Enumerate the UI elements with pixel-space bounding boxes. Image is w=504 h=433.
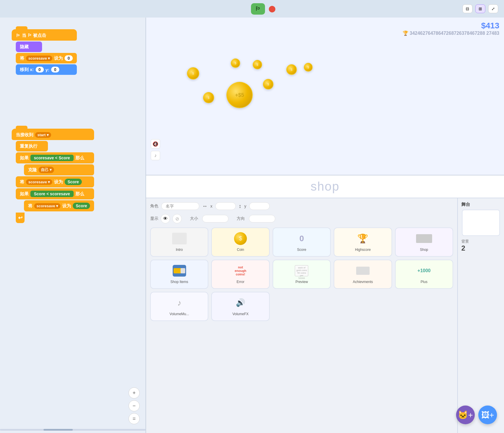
cat-action-button[interactable]: 🐱+ bbox=[456, 406, 475, 424]
condition-1: scoresave < Score bbox=[30, 155, 74, 161]
scoresave-dropdown[interactable]: scoresave ▾ bbox=[26, 56, 52, 61]
image-action-button[interactable]: 🖼+ bbox=[478, 406, 497, 424]
direction-label: 方向 bbox=[237, 216, 245, 221]
sprite-card-coin[interactable]: $ Coin bbox=[211, 227, 269, 257]
volume-button[interactable]: 🔇 bbox=[151, 139, 160, 149]
layout-split-button[interactable]: ⊟ bbox=[463, 4, 472, 13]
repeat-label: 重复执行 bbox=[20, 144, 37, 149]
sprite-card-plus[interactable]: +1000 Plus bbox=[395, 260, 453, 289]
bg-label: 背景 bbox=[461, 239, 469, 244]
then-label-2: 那么 bbox=[75, 191, 84, 197]
stage-wrapper: $413 🏆 34246276478647268726378467288 274… bbox=[146, 18, 504, 175]
preview-label: Preview bbox=[295, 280, 308, 284]
volumemu-label: VolumeMu... bbox=[169, 312, 189, 316]
sprite-card-error[interactable]: not enoughcoins! Error bbox=[211, 260, 269, 289]
if-block-2: 如果 Score < scoresave 那么 将 scoresave ▾ 设为… bbox=[16, 188, 94, 211]
score-green-2: Score bbox=[73, 203, 90, 209]
hide-label: 隐藏 bbox=[20, 44, 29, 50]
sprite-card-intro[interactable]: Intro bbox=[150, 227, 208, 257]
stop-button[interactable]: ⬤ bbox=[269, 3, 276, 15]
coin-label: Coin bbox=[237, 248, 244, 252]
block-when-flag-label: 当 🏳 被点击 bbox=[22, 33, 46, 38]
block-group-flag: 🏳 当 🏳 被点击 隐藏 将 scoresave ▾ 设为 0 移到 x: 0 … bbox=[12, 29, 77, 76]
volumemu-thumbnail: ♪ bbox=[171, 295, 188, 311]
top-bar-right: ⊟ ⊞ ⤢ bbox=[463, 4, 498, 13]
block-group-receive: 当接收到 start ▾ 重复执行 如果 scoresave < Score bbox=[12, 129, 94, 224]
scoresave-dropdown-3[interactable]: scoresave ▾ bbox=[34, 203, 60, 209]
coin-1: $ bbox=[187, 67, 199, 80]
score-label-2: Score bbox=[34, 192, 45, 196]
then-label-1: 那么 bbox=[75, 155, 84, 161]
highscore-thumbnail: 🏆 bbox=[354, 230, 372, 246]
receive-label: 当接收到 bbox=[16, 132, 33, 138]
coin-5: $ bbox=[263, 79, 273, 89]
if-label-2: 如果 Score < scoresave 那么 bbox=[16, 188, 94, 199]
score-display: $413 🏆 34246276478647268726378467288 274… bbox=[403, 21, 499, 36]
clone-label: 克隆 bbox=[28, 167, 37, 173]
show-button[interactable]: 👁 bbox=[161, 214, 170, 223]
score-label: Score bbox=[297, 248, 306, 252]
block-hide: 隐藏 bbox=[16, 42, 42, 52]
scoresave-dropdown-2[interactable]: scoresave ▾ bbox=[26, 179, 52, 185]
sprite-card-score[interactable]: 0 Score bbox=[273, 227, 331, 257]
scoresave-label: scoresave bbox=[34, 156, 54, 160]
blocks-area: 🏳 当 🏳 被点击 隐藏 将 scoresave ▾ 设为 0 移到 x: 0 … bbox=[0, 18, 146, 433]
shop-thumbnail bbox=[415, 230, 433, 246]
block-when-receive: 当接收到 start ▾ bbox=[12, 129, 94, 140]
sprite-card-highscore[interactable]: 🏆 Highscore bbox=[334, 227, 392, 257]
y-coord-label: y bbox=[244, 204, 246, 208]
sprite-card-achievements[interactable]: Achievments bbox=[334, 260, 392, 289]
sound-icons: 🔇 ♪ bbox=[151, 139, 160, 160]
lt-symbol-2: < bbox=[46, 192, 49, 196]
sprite-card-volumemu[interactable]: ♪ VolumeMu... bbox=[150, 292, 208, 321]
shop-banner: shop bbox=[146, 175, 504, 198]
sprite-card-volumefx[interactable]: 🔊 VolumeFX bbox=[211, 292, 269, 321]
hide-button[interactable]: ⊘ bbox=[172, 214, 182, 223]
block-set-scoresave: 将 scoresave ▾ 设为 0 bbox=[16, 53, 77, 63]
if-label-1: 如果 scoresave < Score 那么 bbox=[16, 152, 94, 163]
sprite-card-shopitems[interactable]: Shop Items bbox=[150, 260, 208, 289]
layout-center-button[interactable]: ⊞ bbox=[475, 4, 485, 13]
score-green-1: Score bbox=[65, 179, 82, 185]
size-label: 大小 bbox=[190, 216, 198, 221]
zoom-in-button[interactable]: + bbox=[129, 387, 140, 399]
start-dropdown[interactable]: start ▾ bbox=[35, 132, 51, 138]
coin-7: $ bbox=[304, 63, 313, 72]
shopitems-label: Shop Items bbox=[170, 280, 188, 284]
size-input[interactable] bbox=[202, 215, 228, 222]
block-clone: 克隆 自己 ▾ bbox=[24, 164, 94, 175]
layout-full-button[interactable]: ⤢ bbox=[488, 4, 498, 13]
scoresave-label-2: scoresave bbox=[50, 192, 70, 196]
scrollbar-thumb bbox=[44, 429, 73, 431]
show-label: 显示 bbox=[150, 216, 158, 221]
highscore-label: Highscore bbox=[355, 248, 371, 252]
block-when-flag: 🏳 当 🏳 被点击 bbox=[12, 29, 77, 41]
self-dropdown[interactable]: 自己 ▾ bbox=[39, 167, 54, 173]
set-to-label-3: 设为 bbox=[62, 203, 71, 209]
sprite-panel: 角色 ↔ x ↕ y 显示 👁 ⊘ 大小 方向 bbox=[146, 198, 457, 433]
flag-button[interactable]: 🏳 bbox=[251, 3, 265, 15]
sprite-name-input[interactable] bbox=[161, 202, 199, 210]
block-set-3: 将 scoresave ▾ 设为 Score bbox=[24, 200, 94, 211]
shopitems-thumbnail bbox=[171, 263, 188, 279]
condition-2: Score < scoresave bbox=[30, 191, 74, 197]
y-input: 0 bbox=[51, 67, 59, 73]
zoom-out-button[interactable]: − bbox=[129, 400, 140, 411]
zoom-reset-button[interactable]: = bbox=[129, 413, 140, 424]
direction-input[interactable] bbox=[249, 215, 275, 222]
top-bar-center: 🏳 ⬤ bbox=[251, 3, 276, 15]
y-value-input[interactable] bbox=[249, 202, 270, 210]
if-block-1: 如果 scoresave < Score 那么 克隆 自己 ▾ bbox=[16, 152, 94, 175]
x-coord-label: x bbox=[210, 204, 212, 208]
flag-icon: 🏳 bbox=[16, 33, 20, 38]
coin-large: +$5 bbox=[226, 82, 253, 108]
set-label: 将 bbox=[20, 56, 24, 61]
x-value-input[interactable] bbox=[215, 202, 236, 210]
goto-label: 移到 x: bbox=[20, 67, 34, 73]
music-button[interactable]: ♪ bbox=[151, 151, 160, 160]
y-label: y: bbox=[46, 67, 49, 72]
bottom-area: 角色 ↔ x ↕ y 显示 👁 ⊘ 大小 方向 bbox=[146, 198, 504, 433]
x-input: 0 bbox=[36, 67, 44, 73]
sprite-card-shop[interactable]: Shop bbox=[395, 227, 453, 257]
sprite-card-preview[interactable]: sack ofgold coins50 coins per52000 Previ… bbox=[273, 260, 331, 289]
